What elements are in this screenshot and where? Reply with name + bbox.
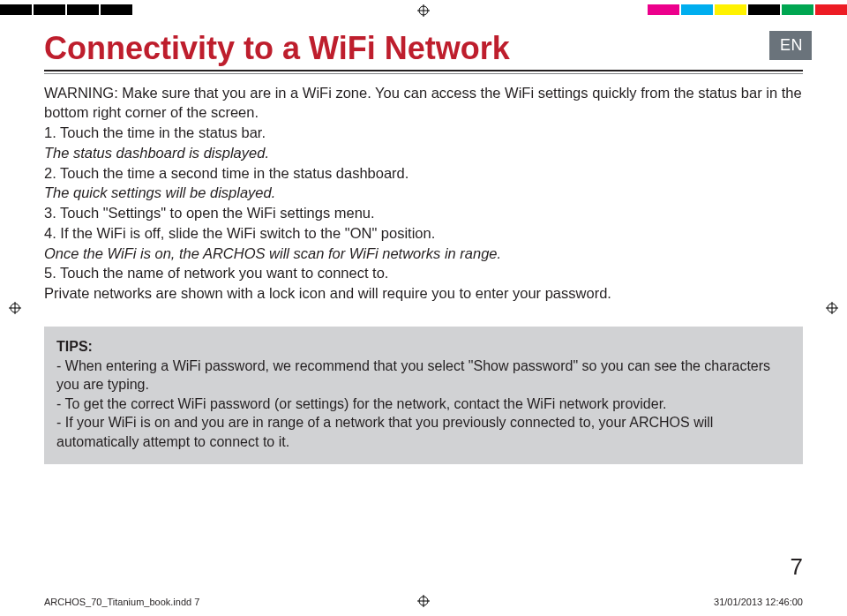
swatch bbox=[782, 4, 813, 15]
swatch bbox=[67, 4, 99, 15]
registration-mark-icon bbox=[417, 4, 430, 17]
swatch bbox=[815, 4, 847, 15]
tips-box: TIPS: - When entering a WiFi password, w… bbox=[44, 327, 803, 464]
language-badge: EN bbox=[769, 31, 812, 60]
print-footer: ARCHOS_70_Titanium_book.indd 7 31/01/201… bbox=[44, 597, 803, 607]
swatch bbox=[0, 4, 32, 15]
swatch bbox=[648, 4, 679, 15]
tip-item: - When entering a WiFi password, we reco… bbox=[56, 357, 791, 394]
swatch bbox=[681, 4, 713, 15]
warning-text: WARNING: Make sure that you are in a WiF… bbox=[44, 83, 803, 124]
swatch bbox=[715, 4, 746, 15]
footer-filename: ARCHOS_70_Titanium_book.indd 7 bbox=[44, 597, 199, 607]
step-3: 3. Touch "Settings" to open the WiFi set… bbox=[44, 203, 803, 223]
step-5-note: Private networks are shown with a lock i… bbox=[44, 283, 803, 304]
step-1-note: The status dashboard is displayed. bbox=[44, 143, 803, 163]
step-5: 5. Touch the name of network you want to… bbox=[44, 263, 803, 283]
divider bbox=[44, 70, 803, 71]
page-content: EN Connectivity to a WiFi Network WARNIN… bbox=[44, 31, 803, 581]
swatch bbox=[748, 4, 780, 15]
step-4-note: Once the WiFi is on, the ARCHOS will sca… bbox=[44, 244, 803, 264]
page-title: Connectivity to a WiFi Network bbox=[44, 31, 803, 66]
step-2: 2. Touch the time a second time in the s… bbox=[44, 163, 803, 184]
registration-mark-icon bbox=[826, 302, 838, 314]
divider bbox=[44, 73, 803, 74]
page-number: 7 bbox=[791, 553, 803, 581]
swatch bbox=[101, 4, 132, 15]
tip-item: - If your WiFi is on and you are in rang… bbox=[56, 413, 791, 451]
tips-heading: TIPS: bbox=[56, 337, 791, 357]
step-1: 1. Touch the time in the status bar. bbox=[44, 123, 803, 143]
step-2-note: The quick settings will be displayed. bbox=[44, 183, 803, 203]
swatch bbox=[34, 4, 65, 15]
footer-timestamp: 31/01/2013 12:46:00 bbox=[714, 597, 803, 607]
body-text: WARNING: Make sure that you are in a WiF… bbox=[44, 83, 803, 304]
step-4: 4. If the WiFi is off, slide the WiFi sw… bbox=[44, 223, 803, 244]
tip-item: - To get the correct WiFi password (or s… bbox=[56, 394, 791, 414]
registration-mark-icon bbox=[9, 302, 21, 314]
